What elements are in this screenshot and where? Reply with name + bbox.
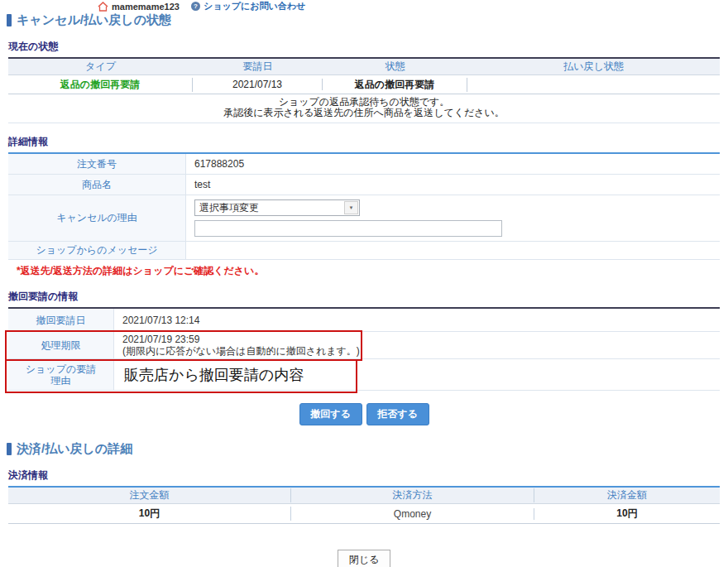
- deadline-note: (期限内に応答がない場合は自動的に撤回されます。): [122, 345, 360, 357]
- shop-message-row: ショップからのメッセージ: [8, 242, 720, 260]
- shop-reason-value: 販売店から撤回要請の内容: [114, 359, 720, 390]
- status-type-value: 返品の撤回再要請: [8, 78, 193, 92]
- col-status: 状態: [323, 60, 467, 74]
- action-buttons: 撤回する 拒否する: [0, 403, 728, 425]
- shop-message-value: [186, 242, 720, 259]
- shop-message-label: ショップからのメッセージ: [8, 242, 186, 259]
- request-date-value: 2021/07/13: [193, 79, 323, 90]
- withdrawal-date-label: 撤回要請日: [8, 309, 114, 331]
- payment-header-row: 注文金額 決済方法 決済金額: [8, 488, 720, 504]
- payment-method-value: Qmoney: [291, 508, 534, 520]
- col-order-amount: 注文金額: [8, 488, 291, 502]
- col-refund-status: 払い戻し状態: [467, 60, 720, 74]
- payment-amount-value: 10円: [534, 507, 720, 521]
- withdrawal-table: 撤回要請日 2021/07/13 12:14 処理期限 2021/07/19 2…: [8, 307, 720, 391]
- current-status-header-row: タイプ 要請日 状態 払い戻し状態: [8, 59, 720, 75]
- current-status-table: タイプ 要請日 状態 払い戻し状態 返品の撤回再要請 2021/07/13 返品…: [8, 57, 720, 94]
- home-icon: [98, 2, 108, 12]
- topbar: mamemame123 ? ショップにお問い合わせ: [0, 0, 728, 12]
- user-block: mamemame123: [98, 2, 180, 12]
- page-title-text: キャンセル/払い戻しの状態: [17, 12, 171, 28]
- status-note: ショップの返品承認待ちの状態です。 承認後に表示される返送先の住所へ商品を返送し…: [8, 94, 720, 123]
- payment-title: 決済/払い戻しの詳細: [7, 440, 728, 457]
- status-note-line2: 承認後に表示される返送先の住所へ商品を返送してください。: [8, 108, 720, 118]
- payment-info-heading: 決済情報: [8, 468, 720, 483]
- product-label: 商品名: [8, 175, 186, 195]
- deadline-value: 2021/07/19 23:59 (期限内に応答がない場合は自動的に撤回されます…: [114, 332, 720, 358]
- cancel-reason-controls: 選択事項変更 ▼: [186, 195, 720, 241]
- status-value: 返品の撤回再要請: [323, 78, 467, 92]
- current-status-heading: 現在の状態: [8, 40, 720, 54]
- payment-row: 10円 Qmoney 10円: [8, 504, 720, 524]
- cancel-reason-label: キャンセルの理由: [8, 195, 186, 241]
- reject-button[interactable]: 拒否する: [366, 403, 429, 425]
- contact-shop-label: ショップにお問い合わせ: [204, 0, 305, 12]
- close-button[interactable]: 閉じる: [338, 550, 390, 567]
- cancel-reason-row: キャンセルの理由 選択事項変更 ▼: [8, 195, 720, 242]
- return-notice: *返送先/返送方法の詳細はショップにご確認ください。: [17, 264, 720, 278]
- shop-reason-row: ショップの要請理由 販売店から撤回要請の内容: [8, 359, 720, 391]
- details-table: 注文番号 617888205 商品名 test キャンセルの理由 選択事項変更 …: [8, 152, 720, 260]
- details-heading: 詳細情報: [8, 135, 720, 149]
- page-title: キャンセル/払い戻しの状態: [7, 12, 728, 28]
- order-number-label: 注文番号: [8, 154, 186, 174]
- withdrawal-heading: 撤回要請の情報: [8, 290, 720, 304]
- cancel-reason-selected: 選択事項変更: [199, 201, 259, 215]
- shop-reason-label: ショップの要請理由: [8, 359, 114, 390]
- deadline-label: 処理期限: [8, 332, 114, 358]
- deadline-datetime: 2021/07/19 23:59: [122, 334, 199, 345]
- payment-title-bar-icon: [7, 443, 12, 455]
- product-row: 商品名 test: [8, 175, 720, 195]
- cancel-reason-input[interactable]: [194, 220, 502, 237]
- withdraw-button[interactable]: 撤回する: [299, 403, 362, 425]
- cancel-refund-status-page: mamemame123 ? ショップにお問い合わせ キャンセル/払い戻しの状態 …: [0, 0, 728, 567]
- order-number-value: 617888205: [186, 154, 720, 174]
- col-payment-amount: 決済金額: [534, 488, 720, 502]
- cancel-reason-select[interactable]: 選択事項変更 ▼: [194, 199, 360, 216]
- contact-shop-link[interactable]: ? ショップにお問い合わせ: [191, 0, 305, 12]
- withdrawal-date-row: 撤回要請日 2021/07/13 12:14: [8, 309, 720, 332]
- payment-title-text: 決済/払い戻しの詳細: [17, 441, 132, 457]
- order-amount-value: 10円: [8, 507, 291, 521]
- help-icon: ?: [191, 2, 200, 11]
- product-value: test: [186, 175, 720, 195]
- username: mamemame123: [112, 2, 180, 12]
- order-number-row: 注文番号 617888205: [8, 154, 720, 175]
- chevron-down-icon: ▼: [344, 201, 358, 214]
- col-type: タイプ: [8, 60, 193, 74]
- col-payment-method: 決済方法: [291, 488, 534, 502]
- col-request-date: 要請日: [193, 60, 323, 74]
- current-status-row: 返品の撤回再要請 2021/07/13 返品の撤回再要請: [8, 75, 720, 94]
- withdrawal-date-value: 2021/07/13 12:14: [114, 309, 720, 331]
- title-bar-icon: [7, 14, 12, 26]
- close-row: 閉じる: [0, 550, 728, 567]
- payment-table: 注文金額 決済方法 決済金額 10円 Qmoney 10円: [8, 486, 720, 524]
- deadline-row: 処理期限 2021/07/19 23:59 (期限内に応答がない場合は自動的に撤…: [8, 332, 720, 359]
